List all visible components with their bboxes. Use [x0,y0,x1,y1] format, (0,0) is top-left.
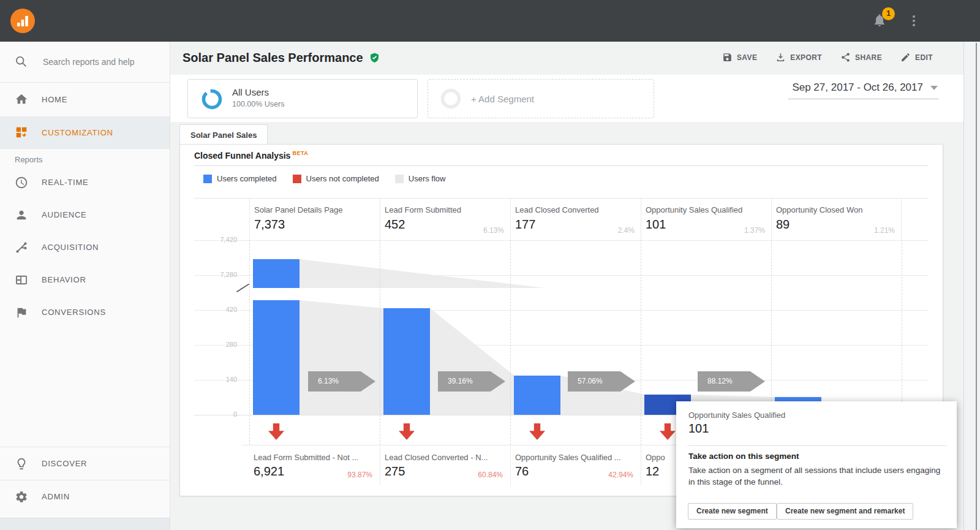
dropoff-cell[interactable]: Lead Form Submitted - Not ... 6,921 93.8… [249,445,380,485]
sidebar-item-conversions[interactable]: CONVERSIONS [0,296,170,328]
dropoff-value: 12 [646,464,659,479]
stage-title: Opportunity Closed Won [776,205,862,214]
create-segment-remarket-button[interactable]: Create new segment and remarket [777,503,913,520]
dropoff-cell[interactable]: Opportunity Sales Qualified ... 76 42.94… [510,445,641,485]
y-axis-label: 7,280 [194,271,237,278]
stage-percent: 1.21% [874,226,895,235]
window-panes-icon [15,273,29,287]
edit-button[interactable]: EDIT [900,52,933,62]
stage-header-cell[interactable]: Opportunity Closed Won 89 1.21% [771,199,902,240]
export-button[interactable]: EXPORT [775,52,822,62]
create-segment-button[interactable]: Create new segment [688,503,777,520]
segment-title: All Users [232,87,269,97]
stage-header-cell[interactable]: Opportunity Sales Qualified 101 1.37% [641,199,771,240]
person-icon [15,208,29,222]
export-label: EXPORT [790,53,822,62]
bar-solar-panel-details[interactable] [253,300,300,415]
date-range-picker[interactable]: Sep 27, 2017 - Oct 26, 2017 [788,81,939,99]
legend-item-users-not-completed[interactable]: Users not completed [293,174,379,183]
segment-donut-icon [200,88,224,111]
y-axis-label: 7,420 [194,236,237,243]
column-divider [249,240,251,445]
flag-icon [15,306,29,319]
panel-title: Closed Funnel AnalysisBETA [194,150,308,161]
notification-badge: 1 [882,7,895,20]
sidebar-item-label: HOME [42,95,67,104]
dropoff-percent: 42.94% [608,471,633,479]
analytics-logo[interactable] [10,9,35,33]
stage-title: Solar Panel Details Page [254,205,343,214]
sidebar-item-real-time[interactable]: REAL-TIME [0,166,170,199]
dropoff-value: 6,921 [254,464,284,479]
dropoff-percent: 60.84% [478,471,503,479]
tooltip-body: Take action on a segment of all sessions… [688,464,948,488]
sidebar-item-audience[interactable]: AUDIENCE [0,199,170,231]
dropoff-label: Oppo [646,453,665,462]
lightbulb-icon [15,457,29,471]
sidebar-item-behavior[interactable]: BEHAVIOR [0,263,170,296]
sidebar-item-label: BEHAVIOR [42,275,86,284]
bar-chart-logo-icon [15,13,30,28]
page-title-text: Solar Panel Sales Performance [183,51,363,65]
tab-solar-panel-sales[interactable]: Solar Panel Sales [179,124,268,145]
home-icon [15,93,29,106]
panel-title-text: Closed Funnel Analysis [194,151,290,161]
panel-divider [194,165,929,166]
sidebar-item-label: CUSTOMIZATION [42,128,113,137]
search-input[interactable] [42,56,154,67]
search-bar[interactable] [0,42,170,83]
column-divider [510,240,511,445]
y-axis-label: 280 [194,341,237,348]
y-axis-label: 140 [194,376,237,383]
bar-lead-form-submitted[interactable] [383,308,430,415]
stage-header-cell[interactable]: Lead Form Submitted 452 6.13% [380,199,510,240]
overflow-menu-icon[interactable] [907,13,921,29]
sidebar-item-home[interactable]: HOME [0,82,170,116]
save-icon [722,52,733,62]
stage-title: Lead Closed Converted [515,205,599,214]
verified-shield-icon [369,52,380,64]
beta-badge: BETA [292,150,308,156]
stage-percent: 6.13% [483,226,504,235]
all-users-segment-card[interactable]: All Users 100.00% Users [187,79,418,118]
sidebar-item-admin[interactable]: ADMIN [0,480,170,513]
sidebar-item-acquisition[interactable]: ACQUISITION [0,231,170,263]
tooltip-divider [688,445,947,446]
right-gutter [963,42,980,530]
legend-item-users-flow[interactable]: Users flow [395,174,446,183]
tooltip-heading: Take action on this segment [688,452,799,461]
stage-header-cell[interactable]: Solar Panel Details Page 7,373 [249,199,380,240]
acquisition-icon [15,241,29,254]
customization-icon [15,126,29,139]
share-button[interactable]: SHARE [840,52,882,62]
stage-title: Lead Form Submitted [385,205,461,214]
analytics-app: 1 HOME CUSTOMIZATION Reports [0,0,980,530]
sidebar-footer-strip [0,518,170,530]
dropoff-value: 275 [385,464,405,479]
scrollbar[interactable] [976,43,977,530]
share-label: SHARE [855,53,882,62]
legend-item-users-completed[interactable]: Users completed [203,174,277,183]
stage-value: 452 [385,218,405,232]
bar-lead-closed-converted[interactable] [514,376,560,415]
flow-shape [300,300,383,415]
sidebar-item-label: DISCOVER [42,459,87,468]
save-button[interactable]: SAVE [722,52,757,62]
add-segment-label: + Add Segment [471,94,534,104]
chevron-down-icon [930,86,938,90]
legend-label: Users completed [217,174,277,183]
sidebar-item-label: AUDIENCE [42,210,87,219]
dropoff-label: Lead Closed Converted - N... [385,453,488,462]
dropoff-label: Lead Form Submitted - Not ... [254,453,358,462]
sidebar-item-discover[interactable]: DISCOVER [0,447,170,480]
segment-tooltip: Opportunity Sales Qualified 101 Take act… [676,401,957,528]
sidebar-item-customization[interactable]: CUSTOMIZATION [0,116,170,148]
edit-label: EDIT [915,53,933,62]
top-app-bar: 1 [0,0,980,42]
stage-percent: 2.4% [618,226,635,235]
bar-solar-panel-details-top[interactable] [253,259,300,288]
stage-header-cell[interactable]: Lead Closed Converted 177 2.4% [510,199,641,240]
dropoff-cell[interactable]: Lead Closed Converted - N... 275 60.84% [380,445,510,485]
search-icon [15,55,29,69]
add-segment-button[interactable]: + Add Segment [428,79,654,118]
